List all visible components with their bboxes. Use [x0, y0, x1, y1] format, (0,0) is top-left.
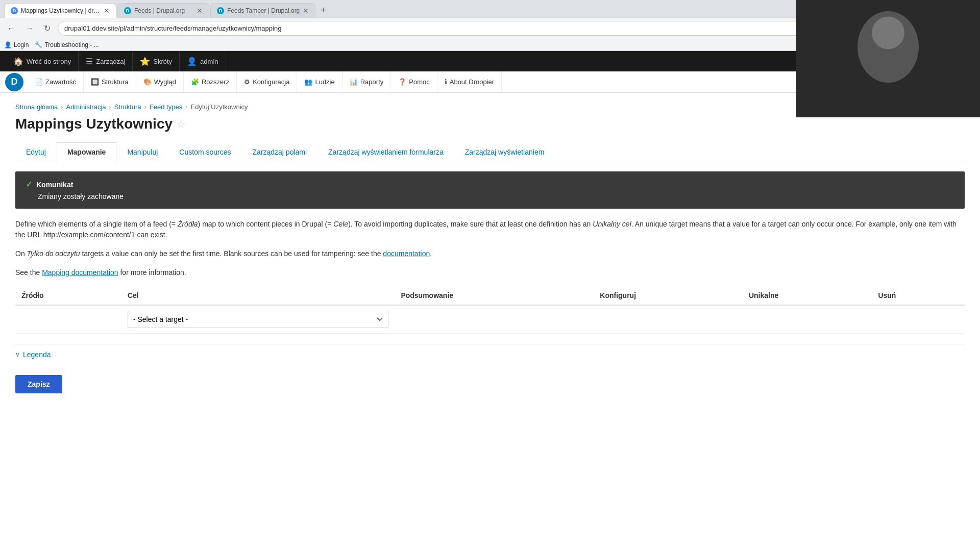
- tab-edytuj[interactable]: Edytuj: [15, 142, 57, 161]
- mapping-doc-link[interactable]: Mapping documentation: [42, 268, 118, 277]
- webcam-placeholder: [796, 0, 980, 117]
- nav-konfiguracja-label: Konfiguracja: [253, 78, 289, 86]
- tab2-title: Feeds | Drupal.org: [134, 7, 193, 14]
- wyglad-icon: 🎨: [143, 78, 152, 86]
- tab-mapowanie[interactable]: Mapowanie: [57, 142, 116, 161]
- svg-point-2: [872, 16, 904, 49]
- new-tab-button[interactable]: +: [316, 3, 330, 18]
- toolbar-manage[interactable]: ☰ Zarządzaj: [79, 51, 133, 71]
- nav-zawartość[interactable]: 📄 Zawartość: [28, 71, 84, 92]
- forward-button[interactable]: →: [22, 22, 37, 35]
- tab3-close[interactable]: ✕: [303, 7, 309, 15]
- nav-about[interactable]: ℹ About Droopier: [437, 71, 502, 92]
- browser-tab-1[interactable]: D Mappings Uzytkownicy | drc... ✕: [4, 3, 116, 18]
- konfiguruj-cell: [594, 305, 743, 334]
- readonly-term: Tylko do odczytu: [27, 249, 80, 258]
- tab-manipuluj[interactable]: Manipuluj: [116, 142, 168, 161]
- breadcrumb-struktura[interactable]: Struktura: [114, 103, 141, 111]
- tab3-favicon: D: [217, 7, 224, 14]
- nav-konfiguracja[interactable]: ⚙ Konfiguracja: [237, 71, 297, 92]
- toolbar-home[interactable]: 🏠 Wróć do strony: [6, 51, 79, 71]
- star-nav-icon: ⭐: [140, 57, 150, 66]
- nav-zawartość-label: Zawartość: [45, 78, 76, 86]
- tab2-favicon: D: [124, 7, 131, 14]
- konfiguracja-icon: ⚙: [244, 78, 250, 86]
- description-para2: On Tylko do odczytu targets a value can …: [15, 248, 965, 259]
- tab-custom-sources[interactable]: Custom sources: [168, 142, 241, 161]
- zawartość-icon: 📄: [35, 78, 43, 86]
- summary-cell: [395, 305, 594, 334]
- documentation-link[interactable]: documentation: [383, 249, 430, 258]
- struktura-icon: 🔲: [91, 78, 99, 86]
- breadcrumb-admin[interactable]: Administracja: [66, 103, 106, 111]
- description-para3: See the Mapping documentation for more i…: [15, 267, 965, 278]
- back-button[interactable]: ←: [4, 22, 18, 35]
- zrodla-term: Źródła: [178, 220, 198, 228]
- toolbar-home-label: Wróć do strony: [27, 58, 71, 65]
- nav-raporty[interactable]: 📊 Raporty: [342, 71, 391, 92]
- nav-struktura[interactable]: 🔲 Struktura: [84, 71, 136, 92]
- page-title-row: Mappings Uzytkownicy ☆: [15, 116, 965, 132]
- chevron-down-icon: ∨: [15, 351, 20, 358]
- col-podsumowanie: Podsumowanie: [395, 286, 594, 305]
- message-box: ✓ Komunikat Zmiany zostały zachowane: [15, 171, 965, 209]
- check-icon: ✓: [26, 180, 32, 189]
- breadcrumb-feed-types[interactable]: Feed types: [150, 103, 182, 111]
- legend-label: Legenda: [23, 350, 51, 359]
- col-usun: Usuń: [872, 286, 965, 305]
- nav-rozszerz-label: Rozszerz: [202, 78, 229, 86]
- rozszerz-icon: 🧩: [191, 78, 199, 86]
- breadcrumb-sep-4: ›: [185, 103, 187, 111]
- toolbar-shortcuts[interactable]: ⭐ Skróty: [133, 51, 180, 71]
- nav-wyglad-label: Wygląd: [154, 78, 176, 86]
- tab-zarzadzaj-wyswietlaniem[interactable]: Zarządzaj wyświetlaniem: [454, 142, 555, 161]
- tab-zarzadzaj-polami[interactable]: Zarządzaj polami: [241, 142, 317, 161]
- breadcrumb-sep-3: ›: [144, 103, 146, 111]
- unikalny-cel-term: Unikalny cel: [593, 220, 631, 228]
- toolbar-user[interactable]: 👤 admin: [180, 51, 226, 71]
- tab1-favicon: D: [11, 7, 18, 14]
- browser-tab-3[interactable]: D Feeds Tamper | Drupal.org ✕: [210, 3, 315, 18]
- login-icon: 👤: [4, 41, 12, 48]
- tab1-title: Mappings Uzytkownicy | drc...: [21, 7, 101, 14]
- nav-wyglad[interactable]: 🎨 Wygląd: [136, 71, 184, 92]
- legend-toggle[interactable]: ∨ Legenda: [15, 350, 965, 359]
- page-tabs: Edytuj Mapowanie Manipuluj Custom source…: [15, 142, 965, 161]
- manage-icon: ☰: [86, 57, 93, 66]
- ludzie-icon: 👥: [304, 78, 312, 86]
- raporty-icon: 📊: [350, 78, 358, 86]
- table-row-new: - Select a target -: [15, 305, 965, 334]
- nav-about-label: About Droopier: [450, 78, 494, 86]
- save-button[interactable]: Zapisz: [15, 375, 62, 393]
- nav-pomoc[interactable]: ❓ Pomoc: [391, 71, 437, 92]
- message-type: Komunikat: [36, 181, 73, 189]
- pomoc-icon: ❓: [398, 78, 406, 86]
- page-title: Mappings Uzytkownicy: [15, 116, 173, 132]
- bookmark-troubleshooting[interactable]: 🔧 Troubleshooting - ...: [35, 41, 99, 48]
- user-icon: 👤: [187, 57, 197, 66]
- bookmark-star-icon[interactable]: ☆: [177, 118, 186, 130]
- troubleshooting-icon: 🔧: [35, 41, 42, 48]
- nav-ludzie[interactable]: 👥 Ludzie: [297, 71, 342, 92]
- message-text: Zmiany zostały zachowane: [38, 192, 954, 201]
- tab-zarzadzaj-formularz[interactable]: Zarządzaj wyświetlaniem formularza: [317, 142, 454, 161]
- usun-cell: [872, 305, 965, 334]
- message-header: ✓ Komunikat: [26, 180, 954, 189]
- col-zrodlo: Źródło: [15, 286, 121, 305]
- toolbar-manage-label: Zarządzaj: [96, 58, 125, 65]
- home-icon: 🏠: [13, 57, 23, 66]
- source-cell: [15, 305, 121, 334]
- tab2-close[interactable]: ✕: [197, 7, 203, 15]
- breadcrumb-home[interactable]: Strona główna: [15, 103, 58, 111]
- toolbar-shortcuts-label: Skróty: [153, 58, 172, 65]
- nav-rozszerz[interactable]: 🧩 Rozszerz: [184, 71, 237, 92]
- nav-pomoc-label: Pomoc: [409, 78, 429, 86]
- select-target[interactable]: - Select a target -: [128, 311, 389, 328]
- bookmark-login[interactable]: 👤 Login: [4, 41, 29, 48]
- browser-tab-2[interactable]: D Feeds | Drupal.org ✕: [117, 3, 209, 18]
- about-icon: ℹ: [445, 78, 447, 86]
- bookmark-login-label: Login: [14, 41, 29, 48]
- cele-term: Cele: [333, 220, 348, 228]
- reload-button[interactable]: ↻: [41, 21, 54, 35]
- tab1-close[interactable]: ✕: [104, 7, 110, 15]
